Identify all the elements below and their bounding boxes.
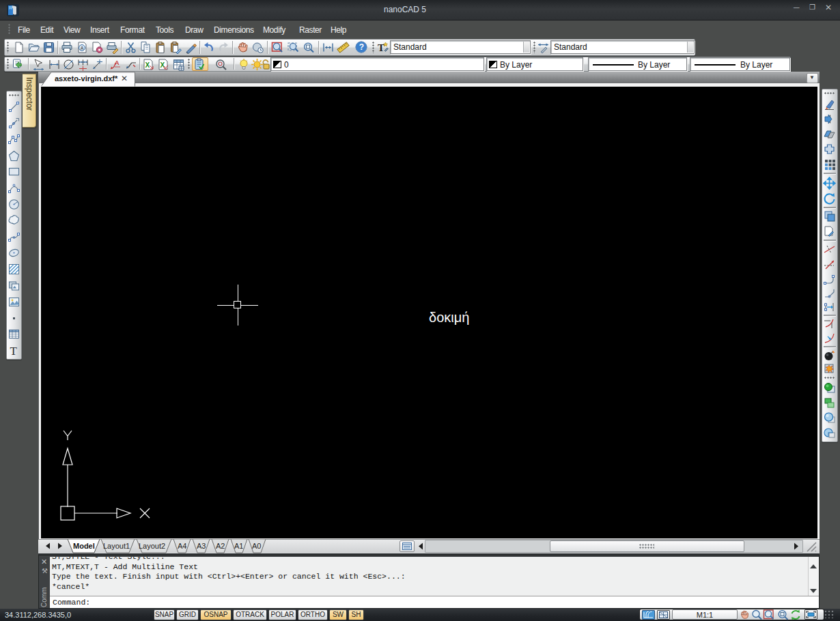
svg-text:Model: Model [73, 542, 95, 550]
svg-text:A: A [115, 59, 120, 66]
svg-text:A: A [81, 46, 84, 50]
svg-text:A1: A1 [234, 542, 243, 550]
svg-text:A3: A3 [197, 542, 206, 550]
svg-text:X: X [145, 61, 150, 69]
svg-text:Layout2: Layout2 [139, 542, 165, 550]
svg-text:?: ? [359, 42, 364, 52]
svg-text:A0: A0 [252, 542, 261, 550]
svg-text:A2: A2 [216, 542, 225, 550]
svg-text:T: T [10, 345, 18, 358]
svg-text:X: X [160, 61, 165, 69]
svg-text:A4: A4 [178, 542, 186, 550]
svg-text:Layout1: Layout1 [103, 542, 130, 550]
